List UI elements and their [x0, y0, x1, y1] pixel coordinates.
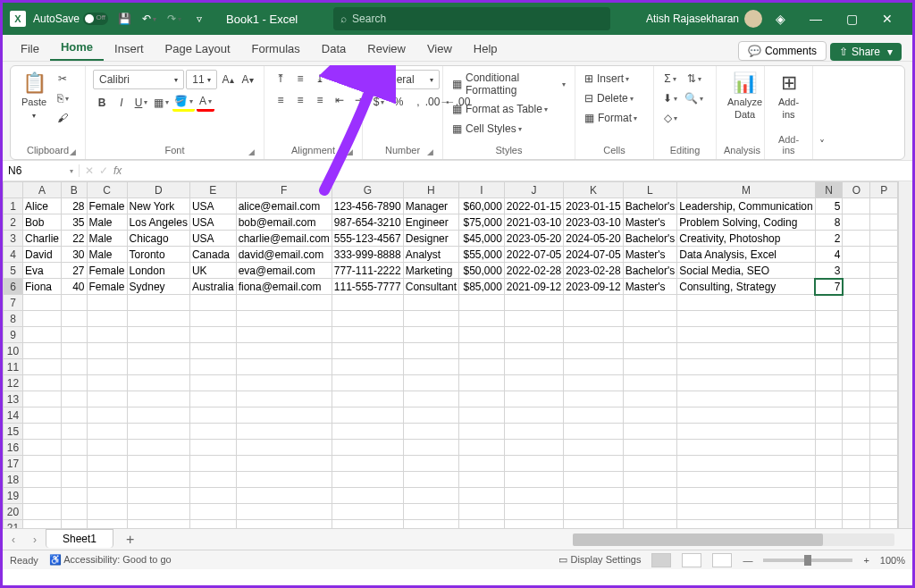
cell-I19[interactable]	[459, 488, 505, 504]
cell-C8[interactable]	[87, 311, 127, 327]
number-format-select[interactable]: General▾	[370, 70, 440, 89]
cell-A13[interactable]	[23, 391, 62, 407]
cell-B21[interactable]	[62, 520, 88, 529]
cell-M5[interactable]: Social Media, SEO	[677, 263, 815, 279]
tab-page-layout[interactable]: Page Layout	[155, 37, 241, 61]
cell-J1[interactable]: 2022-01-15	[504, 198, 563, 214]
cell-K14[interactable]	[564, 407, 623, 424]
cell-C20[interactable]	[87, 504, 127, 520]
accessibility-status[interactable]: ♿ Accessibility: Good to go	[49, 554, 172, 566]
cell-O9[interactable]	[843, 327, 870, 343]
cell-C14[interactable]	[87, 407, 127, 424]
cell-L1[interactable]: Bachelor's	[623, 198, 677, 214]
cell-I14[interactable]	[459, 407, 505, 424]
cell-E15[interactable]	[189, 424, 236, 440]
cell-H21[interactable]	[403, 520, 458, 529]
cell-E18[interactable]	[189, 472, 236, 488]
cell-A20[interactable]	[23, 504, 62, 520]
cell-F10[interactable]	[236, 343, 332, 359]
cell-L21[interactable]	[623, 520, 677, 529]
cell-K12[interactable]	[564, 375, 623, 391]
cell-O2[interactable]	[843, 214, 870, 231]
cell-C3[interactable]: Male	[87, 231, 127, 247]
cell-P7[interactable]	[870, 295, 898, 311]
cell-I2[interactable]: $75,000	[459, 214, 505, 231]
column-header-B[interactable]: B	[62, 182, 88, 198]
cell-F2[interactable]: bob@email.com	[236, 214, 332, 231]
font-name-select[interactable]: Calibri▾	[93, 70, 184, 89]
cell-D3[interactable]: Chicago	[127, 231, 189, 247]
row-header-16[interactable]: 16	[4, 440, 23, 456]
row-header-12[interactable]: 12	[4, 375, 23, 391]
cell-N18[interactable]	[815, 472, 843, 488]
cell-C17[interactable]	[87, 456, 127, 472]
cell-B17[interactable]	[62, 456, 88, 472]
cell-M6[interactable]: Consulting, Strategy	[677, 279, 815, 295]
cell-B12[interactable]	[62, 375, 88, 391]
cell-F8[interactable]	[236, 311, 332, 327]
view-page-break-button[interactable]	[712, 553, 732, 567]
cell-D11[interactable]	[127, 359, 189, 375]
column-header-L[interactable]: L	[623, 182, 677, 198]
cell-D10[interactable]	[127, 343, 189, 359]
cell-B8[interactable]	[62, 311, 88, 327]
cell-D2[interactable]: Los Angeles	[127, 214, 189, 231]
search-box[interactable]: ⌕ Search	[333, 7, 610, 30]
cell-I16[interactable]	[459, 440, 505, 456]
cell-J15[interactable]	[504, 424, 563, 440]
row-header-17[interactable]: 17	[4, 456, 23, 472]
tab-review[interactable]: Review	[357, 37, 416, 61]
percent-button[interactable]: %	[390, 93, 407, 111]
cell-M20[interactable]	[677, 504, 815, 520]
vertical-scrollbar[interactable]	[898, 181, 912, 528]
cell-A5[interactable]: Eva	[23, 263, 62, 279]
cell-J19[interactable]	[504, 488, 563, 504]
format-painter-button[interactable]: 🖌	[54, 109, 71, 127]
cell-N6[interactable]: 7	[815, 279, 843, 295]
cell-O16[interactable]	[843, 440, 870, 456]
cell-M14[interactable]	[677, 407, 815, 424]
tab-formulas[interactable]: Formulas	[241, 37, 311, 61]
cell-D1[interactable]: New York	[127, 198, 189, 214]
cell-O14[interactable]	[843, 407, 870, 424]
cell-I1[interactable]: $60,000	[459, 198, 505, 214]
cell-A21[interactable]	[23, 520, 62, 529]
cell-D14[interactable]	[127, 407, 189, 424]
cell-E11[interactable]	[189, 359, 236, 375]
cell-N12[interactable]	[815, 375, 843, 391]
cell-G18[interactable]	[332, 472, 403, 488]
cell-C21[interactable]	[87, 520, 127, 529]
cell-B7[interactable]	[62, 295, 88, 311]
cell-H19[interactable]	[403, 488, 458, 504]
cell-M3[interactable]: Creativity, Photoshop	[677, 231, 815, 247]
cell-I3[interactable]: $45,000	[459, 231, 505, 247]
view-page-layout-button[interactable]	[682, 553, 701, 567]
row-header-9[interactable]: 9	[4, 327, 23, 343]
cell-K4[interactable]: 2024-07-05	[564, 247, 623, 263]
cell-H6[interactable]: Consultant	[403, 279, 458, 295]
cell-C6[interactable]: Female	[87, 279, 127, 295]
cell-P14[interactable]	[870, 407, 898, 424]
cell-G8[interactable]	[332, 311, 403, 327]
column-header-H[interactable]: H	[403, 182, 458, 198]
cell-E20[interactable]	[189, 504, 236, 520]
cell-J16[interactable]	[504, 440, 563, 456]
cell-N14[interactable]	[815, 407, 843, 424]
cell-B4[interactable]: 30	[62, 247, 88, 263]
cell-J3[interactable]: 2023-05-20	[504, 231, 563, 247]
save-icon[interactable]: 💾	[115, 10, 133, 28]
delete-cells-button[interactable]: ⊟ Delete	[583, 89, 646, 107]
select-all-corner[interactable]	[4, 182, 23, 198]
cell-A7[interactable]	[23, 295, 62, 311]
tab-file[interactable]: File	[10, 37, 50, 61]
cell-D13[interactable]	[127, 391, 189, 407]
cell-P15[interactable]	[870, 424, 898, 440]
row-header-6[interactable]: 6	[4, 279, 23, 295]
cell-I21[interactable]	[459, 520, 505, 529]
cell-P5[interactable]	[870, 263, 898, 279]
cell-P10[interactable]	[870, 343, 898, 359]
cell-C11[interactable]	[87, 359, 127, 375]
sheet-nav-prev[interactable]: ‹	[3, 533, 24, 546]
cell-J20[interactable]	[504, 504, 563, 520]
tab-view[interactable]: View	[416, 37, 463, 61]
